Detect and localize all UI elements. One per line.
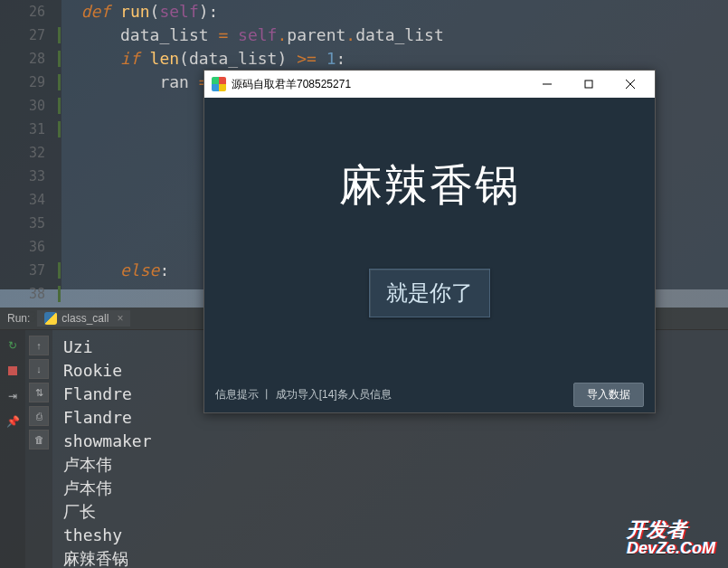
- confirm-button[interactable]: 就是你了: [369, 269, 490, 317]
- line-number: 30: [0, 94, 61, 118]
- line-number: 32: [0, 141, 61, 165]
- line-number: 38: [0, 282, 61, 306]
- output-line: theshy: [63, 524, 717, 547]
- line-gutter: 2627282930313233343536373839: [0, 0, 61, 289]
- line-number: 31: [0, 118, 61, 141]
- output-line: 麻辣香锅: [63, 547, 717, 568]
- line-number: 28: [0, 47, 61, 71]
- stop-button[interactable]: [3, 361, 23, 381]
- import-button[interactable]: 导入数据: [573, 383, 644, 407]
- line-number: 36: [0, 235, 61, 259]
- run-label: Run:: [7, 312, 30, 325]
- picker-dialog: 源码自取君羊708525271 麻辣香锅 就是你了 信息提示 丨 成功导入[14…: [203, 70, 656, 413]
- run-tab-label: class_call: [61, 312, 109, 325]
- print-button[interactable]: ⎙: [29, 406, 49, 426]
- output-line: showmaker: [63, 430, 717, 453]
- line-number: 27: [0, 24, 61, 47]
- line-number: 37: [0, 259, 61, 282]
- delete-button[interactable]: 🗑: [29, 430, 49, 450]
- watermark-line2: DevZe.CoM: [627, 540, 715, 557]
- wrap-button[interactable]: ⇅: [29, 383, 49, 402]
- app-icon: [212, 77, 226, 91]
- line-number: 33: [0, 165, 61, 188]
- run-toolbar-primary: ↻ ⇥ 📌: [0, 330, 25, 568]
- line-number: 26: [0, 0, 61, 24]
- result-text: 麻辣香锅: [339, 156, 520, 214]
- code-line[interactable]: data_list = self.parent.data_list: [61, 24, 728, 47]
- dialog-title: 源码自取君羊708525271: [232, 77, 526, 92]
- output-line: 卢本伟: [63, 453, 717, 477]
- close-button[interactable]: [610, 71, 651, 98]
- output-line: 卢本伟: [63, 477, 717, 500]
- rerun-button[interactable]: ↻: [3, 336, 23, 355]
- close-tab-icon[interactable]: ×: [117, 312, 123, 325]
- dialog-titlebar[interactable]: 源码自取君羊708525271: [204, 71, 655, 98]
- line-number: 34: [0, 188, 61, 212]
- line-number: 29: [0, 71, 61, 94]
- watermark-line1: 开发者: [627, 519, 715, 540]
- run-tab[interactable]: class_call ×: [37, 310, 130, 327]
- watermark: 开发者 DevZe.CoM: [627, 519, 715, 557]
- python-icon: [44, 312, 57, 325]
- status-text: 信息提示 丨 成功导入[14]条人员信息: [215, 387, 566, 402]
- scroll-down-button[interactable]: ↓: [29, 359, 49, 379]
- dialog-footer: 信息提示 丨 成功导入[14]条人员信息 导入数据: [204, 376, 655, 412]
- code-line[interactable]: if len(data_list) >= 1:: [61, 47, 728, 71]
- code-line[interactable]: def run(self):: [61, 0, 728, 24]
- maximize-button[interactable]: [568, 71, 610, 98]
- scroll-up-button[interactable]: ↑: [29, 336, 49, 355]
- layout-button[interactable]: ⇥: [3, 386, 23, 406]
- output-line: 厂长: [63, 500, 717, 524]
- line-number: 35: [0, 212, 61, 235]
- dialog-content: 麻辣香锅 就是你了: [204, 98, 655, 376]
- minimize-button[interactable]: [526, 71, 568, 98]
- svg-rect-1: [585, 80, 592, 88]
- run-toolbar-secondary: ↑ ↓ ⇅ ⎙ 🗑: [25, 330, 52, 568]
- pin-button[interactable]: 📌: [3, 412, 23, 431]
